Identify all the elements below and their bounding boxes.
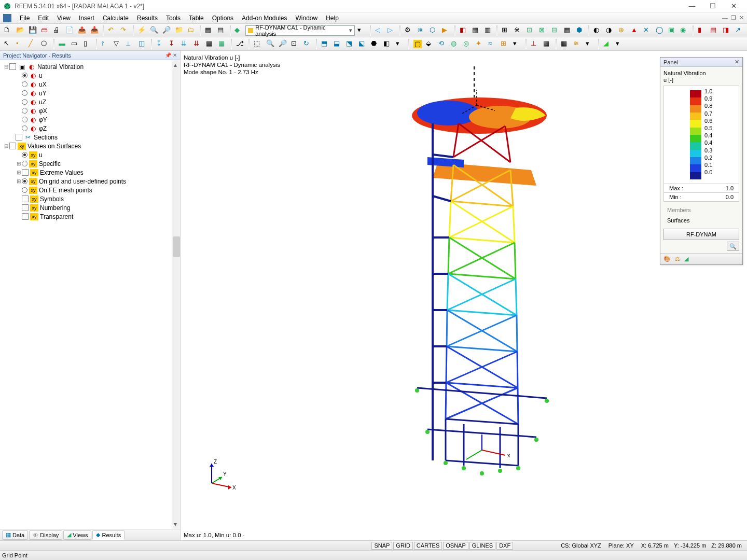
tab-data[interactable]: ▦Data [2,530,28,540]
h3-icon[interactable]: ◨ [721,25,732,36]
folder2-icon[interactable]: 🗂 [186,25,197,36]
cursor-icon[interactable]: ↖ [2,38,13,50]
redo-icon[interactable]: ↷ [119,25,130,36]
v1-icon[interactable]: ◐ [592,25,603,36]
sel2-icon[interactable]: 🔍 [265,38,276,50]
mdi-minimize-icon[interactable]: — [722,15,728,21]
saveall-icon[interactable]: 🗃 [39,25,51,36]
panel-rf-dynam-button[interactable]: RF-DYNAM [663,229,739,240]
panel-opt-members[interactable]: Members [660,205,742,215]
h4-icon[interactable]: ↗ [734,25,745,36]
wp4-icon[interactable]: ◍ [449,38,461,50]
txt-icon[interactable]: ▦ [542,38,553,50]
poly-icon[interactable]: ⬡ [39,38,51,50]
menu-edit[interactable]: Edit [34,13,53,23]
v6-icon[interactable]: ◯ [654,25,666,36]
node-icon[interactable]: • [15,38,26,50]
clr-icon[interactable]: ◢ [602,38,613,50]
wp7-icon[interactable]: ≈ [487,38,498,50]
palette-icon[interactable]: 🎨 [663,256,671,262]
v8-icon[interactable]: ◉ [679,25,690,36]
wp8-icon[interactable]: ⊞ [499,38,510,50]
panel-zoom-icon[interactable]: 🔍 [727,242,739,251]
combo-dd-icon[interactable]: ▾ [356,25,367,36]
wp2-icon[interactable]: ⬙ [424,38,436,50]
ld6-icon[interactable]: ▦ [217,38,228,50]
minimize-button[interactable]: — [682,0,702,12]
h1-icon[interactable]: ▮ [696,25,708,36]
vw3-icon[interactable]: ⬔ [344,38,356,50]
memb1-icon[interactable]: ▬ [57,38,68,50]
menu-help[interactable]: Help [322,13,343,23]
vw6-icon[interactable]: ◧ [382,38,393,50]
h2-icon[interactable]: ▤ [709,25,720,36]
toggle-cartes[interactable]: CARTES [414,542,442,550]
ld2-icon[interactable]: ↧ [167,38,178,50]
tree-natural-vibration[interactable]: Natural Vibration [37,63,84,71]
print-icon[interactable]: 🖨 [51,25,63,36]
tab-display[interactable]: 👁Display [29,530,62,540]
calc-icon[interactable]: ⚡ [136,25,148,36]
wp6-icon[interactable]: ✦ [474,38,486,50]
tab-results[interactable]: ◆Results [92,530,125,540]
v5-icon[interactable]: ✕ [642,25,653,36]
table2-icon[interactable]: ▤ [216,25,227,36]
menu-file[interactable]: File [16,13,34,23]
table1-icon[interactable]: ▦ [203,25,215,36]
sel4-icon[interactable]: ⊡ [289,38,301,50]
lay1-icon[interactable]: ▦ [559,38,571,50]
calc2-icon[interactable]: ⛯ [416,25,427,36]
grid6-icon[interactable]: ▦ [562,25,574,36]
folder-icon[interactable]: 📁 [173,25,185,36]
tree-scrollbar[interactable]: ▴▾ [172,60,180,529]
lay2-icon[interactable]: ≋ [572,38,583,50]
menu-tools[interactable]: Tools [162,13,185,23]
clr2-icon[interactable]: ▾ [614,38,626,50]
grid7-icon[interactable]: ⬢ [575,25,586,36]
tree-vos-onfe[interactable]: On FE mesh points [39,187,92,194]
vw1-icon[interactable]: ⬒ [320,38,331,50]
v2-icon[interactable]: ◑ [604,25,616,36]
loadcase-combo[interactable]: RF-DYNAM CA1 - Dynamic analysis ▾ [245,25,355,36]
toggle-snap[interactable]: SNAP [371,542,392,550]
vw5-icon[interactable]: ⬣ [369,38,381,50]
grid4-icon[interactable]: ⊠ [537,25,549,36]
3d-viewport[interactable]: Natural Vibration u [-] RF-DYNAM CA1 - D… [181,51,747,540]
tree-vos-u[interactable]: u [39,151,43,159]
export-icon[interactable]: 📤 [76,25,88,36]
toggle-dxf[interactable]: DXF [496,542,513,550]
res1-icon[interactable]: ◧ [458,25,469,36]
prev-icon[interactable]: ◁ [374,25,385,36]
menu-calculate[interactable]: Calculate [99,13,133,23]
menu-view[interactable]: View [53,13,75,23]
calc3-icon[interactable]: ⬡ [428,25,439,36]
filter-icon[interactable]: ◢ [684,256,688,262]
sup1-icon[interactable]: ⫯ [100,38,111,50]
tree-values-on-surfaces[interactable]: Values on Surfaces [27,143,81,150]
wp5-icon[interactable]: ◎ [462,38,473,50]
ucs-icon[interactable]: ⎇ [234,38,246,50]
ld4-icon[interactable]: ⇊ [192,38,203,50]
ld5-icon[interactable]: ▦ [204,38,216,50]
tree-sections[interactable]: Sections [34,134,58,141]
undo-icon[interactable]: ↶ [106,25,118,36]
vw4-icon[interactable]: ⬕ [357,38,368,50]
dim-icon[interactable]: ⊥ [529,38,541,50]
next-icon[interactable]: ▷ [386,25,397,36]
close-button[interactable]: ✕ [723,0,744,12]
find-icon[interactable]: 🔍 [148,25,160,36]
menu-addon[interactable]: Add-on Modules [238,13,291,23]
memb2-icon[interactable]: ▭ [70,38,81,50]
grid1-icon[interactable]: ⊞ [500,25,511,36]
toggle-glines[interactable]: GLINES [469,542,495,550]
lay3-icon[interactable]: ▾ [584,38,596,50]
tree-vos-numbering[interactable]: Numbering [40,204,71,212]
mdi-restore-icon[interactable]: ❐ [731,15,736,21]
menu-options[interactable]: Options [208,13,238,23]
tree-vos-transparent[interactable]: Transparent [40,213,73,220]
vw7-icon[interactable]: ▾ [394,38,406,50]
v3-icon[interactable]: ⊕ [617,25,628,36]
grid2-icon[interactable]: ※ [513,25,524,36]
panel-close-icon[interactable]: ✕ [735,59,739,65]
grid3-icon[interactable]: ⊡ [525,25,536,36]
